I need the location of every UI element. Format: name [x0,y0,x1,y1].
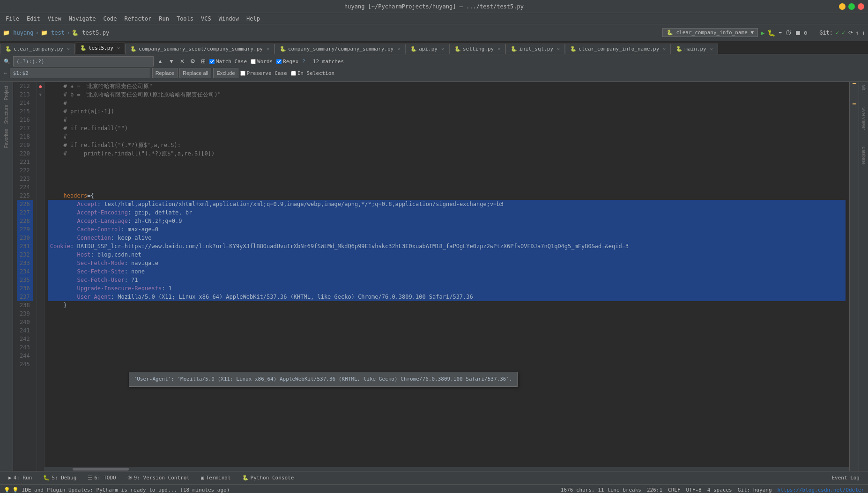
tab-company-summary[interactable]: 🐍 company_summary/company_summary.py ✕ [274,44,405,54]
code-line-223 [48,175,846,183]
header-key-230: Connection [77,235,111,241]
menu-edit[interactable]: Edit [23,15,44,23]
match-case-checkbox[interactable] [209,59,215,64]
tab-close-5[interactable]: ✕ [441,46,444,52]
line-number-228: 228 [17,217,33,225]
find-input[interactable] [13,56,154,66]
debug-button[interactable]: 🐛 [767,29,775,37]
gutter-fold-226[interactable]: ▼ [37,90,44,99]
coverage-button[interactable]: ☂ [778,29,782,37]
status-line-ending[interactable]: CRLF [668,487,681,493]
menu-file[interactable]: File [2,15,23,23]
find-close-button[interactable]: ✕ [178,58,186,65]
maximize-button[interactable] [848,3,855,10]
run-button[interactable]: ▶ [761,29,764,37]
horizontal-scrollbar[interactable] [45,467,849,471]
sidebar-icon-structure[interactable]: Structure [2,103,11,126]
breadcrumb-project[interactable]: 📁 huyang [3,29,34,36]
vcs-icon: ⑨ [127,475,132,481]
find-prev-button[interactable]: ▲ [156,58,165,65]
menu-view[interactable]: View [44,15,65,23]
tab-clear-company[interactable]: 🐍 clear_company.py ✕ [0,44,75,54]
in-selection-label[interactable]: In Selection [291,70,334,76]
event-log-tab[interactable]: Event Log [827,473,864,482]
code-editor[interactable]: # a = "北京哈哈有限责任公司原" # b = "北京哈哈有限责任公司原(原… [45,82,849,471]
bottom-tab-terminal[interactable]: ▣ Terminal [196,473,236,482]
tab-close-7[interactable]: ✕ [557,46,560,52]
exclude-button[interactable]: Exclude [213,68,238,78]
run-config-dropdown[interactable]: 🐍 clear_company_info_name ▼ [662,28,758,37]
find-more-button[interactable]: ⚙ [188,58,197,65]
tab-close-8[interactable]: ✕ [663,46,666,52]
tab-api[interactable]: 🐍 api.py ✕ [405,44,449,54]
tab-close-2[interactable]: ✕ [117,45,120,51]
git-refresh[interactable]: ⟳ [848,29,853,36]
menu-refactor[interactable]: Refactor [120,15,155,23]
toolbar-more[interactable]: ⚙ [804,29,807,36]
git-push[interactable]: ↑ [856,29,859,36]
status-position[interactable]: 226:1 [647,487,662,493]
right-sidebar-svn[interactable]: SVN Viewer [861,106,867,131]
breadcrumb-file[interactable]: 🐍 test5.py [72,29,109,36]
code-line-238: } [48,301,846,309]
tab-company-summary-scout[interactable]: 🐍 company_summary_scout/company_summary.… [125,44,274,54]
find-next-button[interactable]: ▼ [167,58,176,65]
menu-vcs[interactable]: VCS [197,15,215,23]
breadcrumb-folder[interactable]: 📁 test [41,29,65,36]
tab-label-5: api.py [419,46,438,52]
tab-clear-company-info[interactable]: 🐍 clear_company_info_name.py ✕ [565,44,671,54]
preserve-case-checkbox[interactable] [240,71,245,76]
tab-init-sql[interactable]: 🐍 init_sql.py ✕ [505,44,565,54]
tab-close-4[interactable]: ✕ [397,46,400,52]
stop-button[interactable]: ⏹ [794,29,801,37]
replace-button[interactable]: Replace [152,68,178,78]
bottom-tab-debug[interactable]: 🐛 5: Debug [38,473,81,482]
tab-close-3[interactable]: ✕ [267,46,269,52]
right-sidebar-database[interactable]: Database [861,146,867,166]
tab-setting[interactable]: 🐍 setting.py ✕ [449,44,505,54]
header-key-231: Cookie [50,243,70,250]
menu-run[interactable]: Run [155,15,173,23]
menu-help[interactable]: Help [243,15,264,23]
regex-help[interactable]: ? [302,59,305,65]
sidebar-icon-project[interactable]: Project [2,84,11,102]
git-pull[interactable]: ↓ [862,29,865,36]
status-indent[interactable]: 4 spaces [707,487,732,493]
horizontal-scroll-thumb[interactable] [73,468,129,471]
bottom-tab-run[interactable]: ▶ 4: Run [4,473,37,482]
status-update-text[interactable]: 💡 IDE and Plugin Updates: PyCharm is rea… [12,487,230,493]
preserve-case-label[interactable]: Preserve Case [240,70,287,76]
tab-main[interactable]: 🐍 main.py ✕ [671,44,718,54]
menu-code[interactable]: Code [100,15,121,23]
menu-tools[interactable]: Tools [173,15,197,23]
minimize-button[interactable] [839,3,846,10]
replace-all-button[interactable]: Replace all [179,68,211,78]
match-case-label[interactable]: Match Case [209,59,247,65]
regex-label[interactable]: Regex [276,59,298,65]
status-link[interactable]: https://blog.csdn.net/Odeler [778,487,864,493]
fold-arrow-icon[interactable]: ▼ [39,92,41,97]
tab-close-9[interactable]: ✕ [710,46,713,52]
words-checkbox[interactable] [251,59,256,64]
line-number-217: 217 [17,124,33,132]
status-encoding[interactable]: UTF-8 [686,487,702,493]
bottom-tab-todo[interactable]: ☰ 6: TODO [83,473,120,482]
tab-close-1[interactable]: ✕ [67,46,70,52]
profile-button[interactable]: ⏱ [785,29,792,37]
close-button[interactable] [858,3,864,10]
tab-test5[interactable]: 🐍 test5.py ✕ [75,43,125,54]
menu-window[interactable]: Window [215,15,243,23]
in-selection-checkbox[interactable] [291,71,296,76]
line-number-241: 241 [17,326,33,335]
line-number-212: 212 [17,82,33,90]
right-sidebar-git[interactable]: Git [861,84,867,91]
regex-checkbox[interactable] [276,59,282,64]
tab-close-6[interactable]: ✕ [497,46,500,52]
bottom-tab-vcs[interactable]: ⑨ 9: Version Control [123,473,194,482]
bottom-tab-python-console[interactable]: 🐍 Python Console [237,473,299,482]
replace-input[interactable] [10,68,150,78]
find-filter-button[interactable]: ⊞ [199,58,208,65]
words-label[interactable]: Words [251,59,273,65]
sidebar-icon-favorites[interactable]: Favorites [2,127,11,150]
menu-navigate[interactable]: Navigate [65,15,100,23]
